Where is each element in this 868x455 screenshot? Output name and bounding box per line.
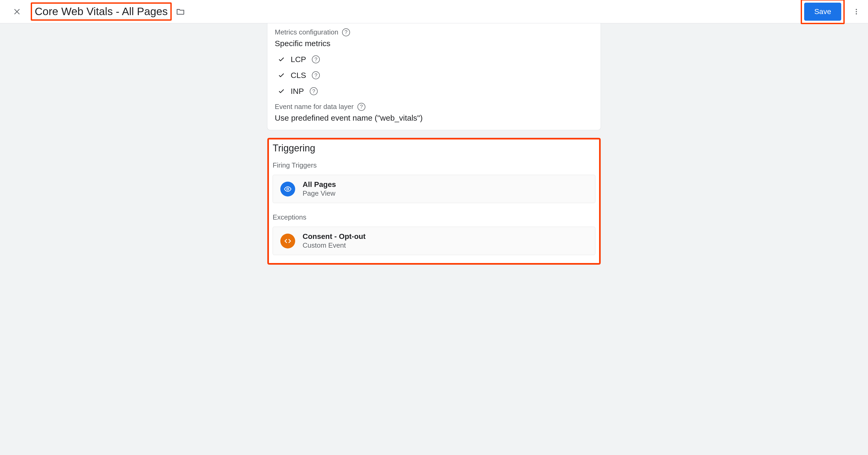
list-item: LCP ? xyxy=(278,55,593,64)
close-button[interactable] xyxy=(10,5,23,18)
trigger-type: Custom Event xyxy=(303,241,366,250)
more-menu-button[interactable] xyxy=(850,5,863,18)
metrics-config-label: Metrics configuration xyxy=(275,28,338,36)
header-bar: Core Web Vitals - All Pages Save xyxy=(0,0,868,23)
pageview-icon xyxy=(280,181,295,197)
metric-name: INP xyxy=(291,87,304,96)
specific-metrics-label: Specific metrics xyxy=(275,39,593,48)
check-icon xyxy=(278,72,285,79)
save-highlight: Save xyxy=(801,0,845,24)
help-icon[interactable]: ? xyxy=(312,55,320,63)
save-button[interactable]: Save xyxy=(804,3,841,21)
trigger-name: Consent - Opt-out xyxy=(303,232,366,241)
exceptions-label: Exceptions xyxy=(273,213,595,221)
trigger-name: All Pages xyxy=(303,180,336,189)
metric-name: LCP xyxy=(291,55,306,64)
help-icon[interactable]: ? xyxy=(358,103,365,111)
custom-event-icon xyxy=(280,234,295,249)
more-vert-icon xyxy=(852,8,860,16)
svg-point-1 xyxy=(856,11,857,12)
metrics-list: LCP ? CLS ? INP ? xyxy=(275,55,593,96)
folder-button[interactable] xyxy=(176,7,185,16)
tag-name-input[interactable]: Core Web Vitals - All Pages xyxy=(35,5,168,18)
close-icon xyxy=(13,7,21,16)
svg-point-3 xyxy=(287,188,289,190)
check-icon xyxy=(278,56,285,63)
trigger-type: Page View xyxy=(303,189,336,198)
firing-trigger-row[interactable]: All Pages Page View xyxy=(273,175,595,203)
svg-point-2 xyxy=(856,13,857,14)
check-icon xyxy=(278,88,285,95)
help-icon[interactable]: ? xyxy=(312,71,320,79)
triggering-highlight: Triggering Firing Triggers All Pages Pag… xyxy=(267,138,601,265)
svg-point-0 xyxy=(856,9,857,10)
folder-icon xyxy=(176,7,185,16)
triggering-card: Triggering Firing Triggers All Pages Pag… xyxy=(267,138,601,265)
help-icon[interactable]: ? xyxy=(342,28,350,36)
event-name-label: Event name for data layer xyxy=(275,103,354,111)
firing-triggers-label: Firing Triggers xyxy=(273,161,595,169)
triggering-heading: Triggering xyxy=(273,143,595,154)
help-icon[interactable]: ? xyxy=(310,87,318,95)
metric-name: CLS xyxy=(291,71,306,80)
list-item: INP ? xyxy=(278,87,593,96)
list-item: CLS ? xyxy=(278,71,593,80)
page-body: Metrics configuration ? Specific metrics… xyxy=(0,23,868,283)
title-highlight: Core Web Vitals - All Pages xyxy=(31,2,172,21)
tag-config-card: Metrics configuration ? Specific metrics… xyxy=(267,23,601,130)
event-name-value: Use predefined event name ("web_vitals") xyxy=(275,113,593,122)
exception-trigger-row[interactable]: Consent - Opt-out Custom Event xyxy=(273,227,595,255)
